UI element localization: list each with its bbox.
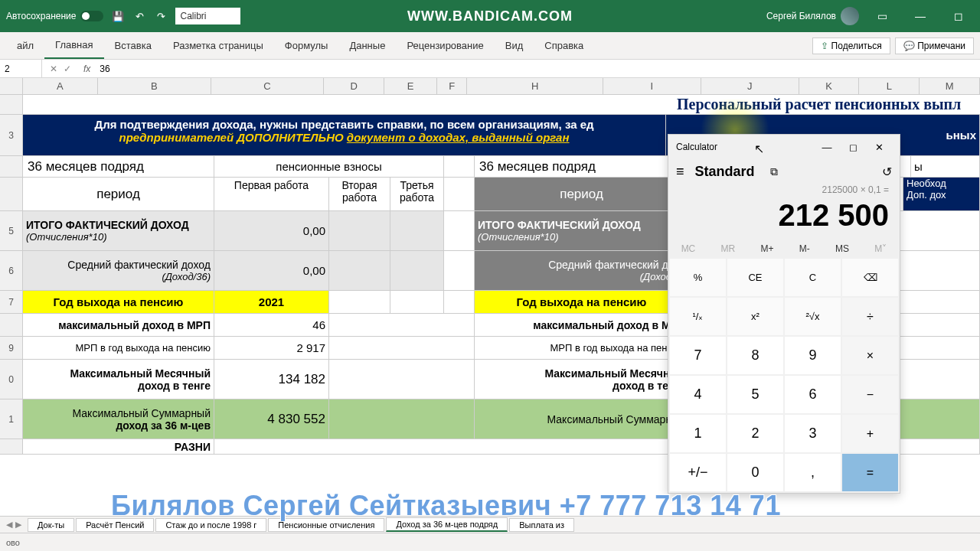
cancel-icon[interactable]: ✕ <box>50 64 57 74</box>
calc-btn-2[interactable]: 2 <box>727 415 783 452</box>
col-C[interactable]: C <box>211 78 325 94</box>
cell-maxsum-label[interactable]: Максимальный Суммарный доход за 36 м-цев <box>23 399 214 439</box>
calc-menu-icon[interactable]: ≡ <box>676 164 684 180</box>
calc-mc[interactable]: MC <box>681 243 696 254</box>
cell[interactable] <box>329 291 390 313</box>
cell-year-val[interactable]: 2021 <box>214 291 329 313</box>
title-text[interactable]: Персональный расчет пенсионных выпл <box>674 95 980 114</box>
calc-btn-square[interactable]: x² <box>727 298 783 335</box>
col-D[interactable]: D <box>324 78 384 94</box>
cell-maxmonth-label2[interactable]: Максимальный Месячный доход в тенге <box>475 360 689 399</box>
cell-maxsum-val[interactable]: 4 830 552 <box>214 399 329 439</box>
minimize-icon[interactable]: — <box>905 5 936 27</box>
tab-formulas[interactable]: Формулы <box>274 32 339 59</box>
cell-maxmrp-label2[interactable]: максимальный доход в МРП <box>475 314 689 336</box>
row-head[interactable]: 0 <box>0 360 23 399</box>
cell-work3[interactable]: Третья работа <box>390 178 444 210</box>
col-M[interactable]: M <box>920 78 980 94</box>
calc-btn-c[interactable]: C <box>785 259 841 296</box>
calc-history-icon[interactable]: ↺ <box>882 165 892 179</box>
col-K[interactable]: K <box>799 78 860 94</box>
calc-close-icon[interactable]: ✕ <box>866 142 892 153</box>
cell[interactable] <box>390 251 444 290</box>
cell[interactable] <box>329 360 475 399</box>
cell-mrp-label[interactable]: МРП в год выхода на пенсию <box>23 337 214 359</box>
cell[interactable] <box>390 291 444 313</box>
cell[interactable] <box>329 399 475 439</box>
calc-minimize-icon[interactable]: — <box>814 142 840 153</box>
calc-btn-4[interactable]: 4 <box>670 376 726 413</box>
row-head[interactable] <box>0 439 23 454</box>
cell-need[interactable]: НеобходДоп. дох <box>903 178 980 210</box>
cell[interactable] <box>444 156 475 177</box>
cell-itogo-label[interactable]: ИТОГО ФАКТИЧЕСКИЙ ДОХОД (Отчисления*10) <box>23 211 214 250</box>
cell-maxmrp-label[interactable]: максимальный доход в МРП <box>23 314 214 336</box>
calc-mminus[interactable]: M- <box>799 243 810 254</box>
calc-btn-backspace[interactable]: ⌫ <box>842 259 898 296</box>
row-head[interactable] <box>0 156 23 177</box>
enter-icon[interactable]: ✓ <box>64 64 71 74</box>
cell-diff[interactable]: РАЗНИ <box>23 439 214 454</box>
tab-insert[interactable]: Вставка <box>104 32 162 59</box>
calc-btn-negate[interactable]: +/− <box>670 454 726 491</box>
tab-home[interactable]: Главная <box>44 32 103 59</box>
calc-btn-multiply[interactable]: × <box>842 337 898 374</box>
cell[interactable] <box>444 291 475 313</box>
tab-file[interactable]: айл <box>6 32 44 59</box>
calc-btn-equals[interactable]: = <box>842 454 898 491</box>
row-head[interactable] <box>0 178 23 210</box>
cell-avg-val[interactable]: 0,00 <box>214 251 329 290</box>
ribbon-options-icon[interactable]: ▭ <box>867 5 897 27</box>
select-all-corner[interactable] <box>0 78 23 94</box>
calc-pin-icon[interactable]: ⧉ <box>770 165 778 178</box>
calc-mplus[interactable]: M+ <box>761 243 774 254</box>
col-F[interactable]: F <box>437 78 467 94</box>
cell-avg-label[interactable]: Средний фактический доход (Доход/36) <box>23 251 214 290</box>
cell-36months-1[interactable]: 36 месяцев подряд <box>23 156 214 177</box>
cell-y[interactable]: ы <box>911 156 980 177</box>
sheet-tab[interactable]: Док-ты <box>28 518 74 532</box>
cell-pension-contrib[interactable]: пенсионные взносы <box>214 156 444 177</box>
cell-avg-label2[interactable]: Средний фактический дохо (Доход/36 <box>475 251 689 290</box>
row-head[interactable]: 1 <box>0 399 23 439</box>
row-head[interactable]: 5 <box>0 211 23 250</box>
calc-maximize-icon[interactable]: ◻ <box>840 142 866 153</box>
cell-36months-2[interactable]: 36 месяцев подряд <box>475 156 689 177</box>
calc-titlebar[interactable]: Calculator — ◻ ✕ <box>668 135 900 159</box>
banner-cell[interactable]: Для подтверждения дохода, нужны представ… <box>23 115 666 155</box>
cell[interactable] <box>390 211 444 250</box>
cell-maxsum-label2[interactable]: Максимальный Суммарный <box>475 399 689 439</box>
save-icon[interactable]: 💾 <box>111 9 125 23</box>
col-E[interactable]: E <box>384 78 437 94</box>
row-head[interactable] <box>0 314 23 336</box>
cell[interactable] <box>444 211 475 250</box>
share-button[interactable]: ⇪ Поделиться <box>812 37 890 54</box>
calc-btn-0[interactable]: 0 <box>727 454 783 491</box>
cell[interactable] <box>444 251 475 290</box>
calc-btn-6[interactable]: 6 <box>785 376 841 413</box>
cell[interactable] <box>329 211 390 250</box>
user-chip[interactable]: Сергей Билялов <box>766 7 859 25</box>
row-head[interactable]: 6 <box>0 251 23 290</box>
calc-btn-8[interactable]: 8 <box>727 337 783 374</box>
calc-btn-5[interactable]: 5 <box>727 376 783 413</box>
calc-btn-3[interactable]: 3 <box>785 415 841 452</box>
fx-icon[interactable]: fx <box>79 64 95 74</box>
col-H[interactable]: H <box>467 78 603 94</box>
cell[interactable] <box>329 251 390 290</box>
col-B[interactable]: B <box>98 78 211 94</box>
calc-mlist[interactable]: M˅ <box>874 243 887 254</box>
calc-ms[interactable]: MS <box>835 243 849 254</box>
calc-btn-inverse[interactable]: ¹/ₓ <box>670 298 726 335</box>
calc-mr[interactable]: MR <box>721 243 736 254</box>
cell-maxmonth-label[interactable]: Максимальный Месячный доход в тенге <box>23 360 214 399</box>
tab-review[interactable]: Рецензирование <box>396 32 494 59</box>
cell-period2[interactable]: период <box>475 178 689 210</box>
tab-help[interactable]: Справка <box>534 32 594 59</box>
col-J[interactable]: J <box>701 78 799 94</box>
sheet-nav-prev[interactable]: ◀ <box>6 520 12 530</box>
cell-maxmonth-val[interactable]: 134 182 <box>214 360 329 399</box>
cell[interactable] <box>329 314 475 336</box>
calc-btn-decimal[interactable]: , <box>785 454 841 491</box>
calc-btn-divide[interactable]: ÷ <box>842 298 898 335</box>
